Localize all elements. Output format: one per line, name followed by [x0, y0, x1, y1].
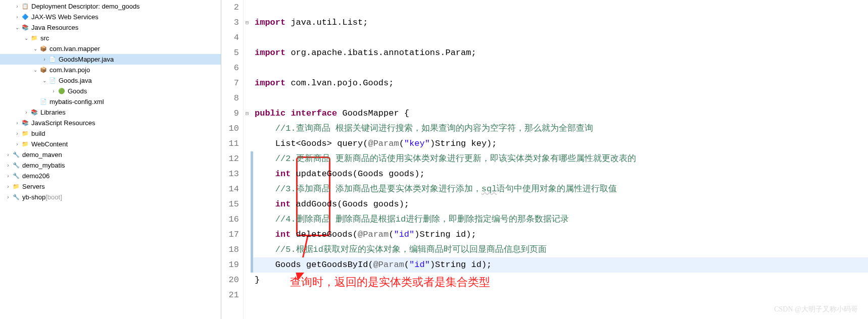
- tree-node-icon: 📚: [21, 24, 29, 32]
- tree-item[interactable]: ›📁WebContent: [0, 139, 221, 149]
- expand-arrow-icon[interactable]: ›: [4, 152, 12, 157]
- expand-arrow-icon[interactable]: ⌄: [22, 35, 30, 41]
- line-number: 6: [221, 61, 239, 76]
- tree-item[interactable]: ›🔧demo206: [0, 171, 221, 181]
- line-number: 18: [221, 242, 239, 257]
- tree-node-label: com.lvan.pojo: [50, 66, 90, 74]
- code-area[interactable]: 查询时，返回的是实体类或者是集合类型 import java.util.List…: [251, 0, 868, 319]
- code-line[interactable]: List<Goods> query(@Param("key")String ke…: [251, 136, 868, 151]
- tree-node-icon: 📄: [49, 56, 57, 64]
- fold-toggle-icon[interactable]: ⊟: [244, 106, 251, 121]
- project-explorer[interactable]: ›📋Deployment Descriptor: demo_goods›🔷JAX…: [0, 0, 221, 319]
- expand-arrow-icon[interactable]: ›: [50, 88, 58, 94]
- expand-arrow-icon[interactable]: ⌄: [13, 25, 21, 30]
- fold-toggle-icon: [244, 121, 251, 136]
- code-line[interactable]: [251, 288, 868, 303]
- expand-arrow-icon[interactable]: ⌄: [31, 46, 39, 51]
- line-number: 3: [221, 15, 239, 30]
- tree-node-label: demo_maven: [22, 151, 62, 158]
- code-line[interactable]: [251, 0, 868, 15]
- expand-arrow-icon[interactable]: ⌄: [40, 78, 49, 83]
- tree-item[interactable]: ›🔧demo_maven: [0, 149, 221, 160]
- fold-toggle-icon[interactable]: ⊟: [244, 15, 251, 30]
- fold-toggle-icon: [244, 288, 251, 303]
- tree-item[interactable]: ⌄📦com.lvan.pojo: [0, 65, 221, 75]
- code-line[interactable]: import com.lvan.pojo.Goods;: [251, 76, 868, 91]
- tree-node-label: Libraries: [40, 109, 66, 116]
- code-line[interactable]: //4.删除商品 删除商品是根据id进行删除，即删除指定编号的那条数据记录: [251, 212, 868, 227]
- tree-item[interactable]: ·📄mybatis-config.xml: [0, 96, 221, 107]
- tree-node-label: build: [31, 130, 45, 137]
- line-number: 9: [221, 106, 239, 121]
- change-marker: [251, 257, 253, 273]
- expand-arrow-icon[interactable]: ›: [4, 173, 12, 179]
- fold-toggle-icon: [244, 182, 251, 197]
- code-line[interactable]: Goods getGoodsById(@Param("id")String id…: [251, 257, 868, 273]
- expand-arrow-icon[interactable]: ›: [13, 120, 21, 126]
- expand-arrow-icon[interactable]: ›: [13, 141, 21, 147]
- watermark: CSDN @大明子又称小码哥: [774, 305, 858, 314]
- expand-arrow-icon[interactable]: ›: [13, 4, 21, 9]
- code-line[interactable]: //5.根据id获取对应的实体对象，编辑商品时可以回显商品信息到页面: [251, 242, 868, 257]
- tree-item[interactable]: ⌄📦com.lvan.mapper: [0, 43, 221, 54]
- expand-arrow-icon[interactable]: ›: [22, 110, 30, 115]
- fold-toggle-icon: [244, 45, 251, 61]
- tree-item[interactable]: ›📚JavaScript Resources: [0, 118, 221, 128]
- change-marker: [251, 151, 253, 167]
- tree-node-icon: 🔧: [12, 172, 20, 180]
- line-number: 7: [221, 76, 239, 91]
- fold-toggle-icon: [244, 242, 251, 257]
- code-line[interactable]: import java.util.List;: [251, 15, 868, 30]
- tree-item[interactable]: ›📄GoodsMapper.java: [0, 54, 221, 65]
- tree-node-icon: 🟢: [58, 87, 66, 95]
- fold-toggle-icon: [244, 136, 251, 151]
- expand-arrow-icon[interactable]: ›: [4, 163, 12, 168]
- tree-item[interactable]: ›🔧yb-shop [boot]: [0, 192, 221, 202]
- tree-item[interactable]: ›🔧demo_mybatis: [0, 160, 221, 171]
- code-editor[interactable]: 23456789101112131415161718192021 ⊟⊟ 查询时，…: [221, 0, 868, 319]
- code-line[interactable]: //3.添加商品 添加商品也是要实体类对象进行添加，sql语句中使用对象的属性进…: [251, 182, 868, 197]
- tree-item[interactable]: ⌄📄Goods.java: [0, 75, 221, 86]
- code-line[interactable]: [251, 91, 868, 106]
- expand-arrow-icon[interactable]: ⌄: [31, 67, 39, 73]
- tree-item[interactable]: ⌄📁src: [0, 33, 221, 43]
- code-line[interactable]: import org.apache.ibatis.annotations.Par…: [251, 45, 868, 61]
- tree-item[interactable]: ›📁Servers: [0, 181, 221, 192]
- code-line[interactable]: [251, 30, 868, 45]
- code-line[interactable]: //2.更新商品 更新商品的话使用实体类对象进行更新，即该实体类对象有哪些属性就…: [251, 151, 868, 167]
- tree-node-label: Java Resources: [31, 24, 78, 31]
- code-line[interactable]: int deleteGoods(@Param("id")String id);: [251, 227, 868, 242]
- fold-toggle-icon: [244, 61, 251, 76]
- tree-node-icon: 📦: [39, 45, 47, 53]
- expand-arrow-icon[interactable]: ›: [40, 57, 49, 62]
- expand-arrow-icon[interactable]: ›: [13, 131, 21, 136]
- expand-arrow-icon[interactable]: ›: [13, 14, 21, 20]
- tree-node-label: Goods.java: [59, 77, 92, 84]
- tree-node-icon: 📦: [39, 66, 47, 74]
- expand-arrow-icon[interactable]: ›: [4, 184, 12, 189]
- code-line[interactable]: //1.查询商品 根据关键词进行搜索，如果查询的内容为空字符，那么就为全部查询: [251, 121, 868, 136]
- code-line[interactable]: int addGoods(Goods goods);: [251, 197, 868, 212]
- tree-item[interactable]: ›🔷JAX-WS Web Services: [0, 12, 221, 22]
- line-numbers: 23456789101112131415161718192021: [221, 0, 244, 319]
- tree-item[interactable]: ›📋Deployment Descriptor: demo_goods: [0, 1, 221, 12]
- fold-toggle-icon: [244, 197, 251, 212]
- code-line[interactable]: int updateGoods(Goods goods);: [251, 167, 868, 182]
- expand-arrow-icon[interactable]: ›: [4, 194, 12, 200]
- change-marker: [251, 197, 253, 212]
- tree-item[interactable]: ›🟢Goods: [0, 86, 221, 96]
- tree-item[interactable]: ›📁build: [0, 128, 221, 139]
- tree-node-icon: 📚: [30, 109, 38, 117]
- tree-item[interactable]: ›📚Libraries: [0, 107, 221, 118]
- code-line[interactable]: public interface GoodsMapper {: [251, 106, 868, 121]
- code-line[interactable]: [251, 61, 868, 76]
- tree-node-icon: 🔧: [12, 193, 20, 201]
- tree-node-icon: 📄: [49, 77, 57, 85]
- fold-column[interactable]: ⊟⊟: [244, 0, 251, 319]
- line-number: 4: [221, 30, 239, 45]
- tree-node-label: com.lvan.mapper: [50, 45, 100, 52]
- fold-toggle-icon: [244, 212, 251, 227]
- tree-item[interactable]: ⌄📚Java Resources: [0, 22, 221, 33]
- code-line[interactable]: }: [251, 273, 868, 288]
- fold-toggle-icon: [244, 273, 251, 288]
